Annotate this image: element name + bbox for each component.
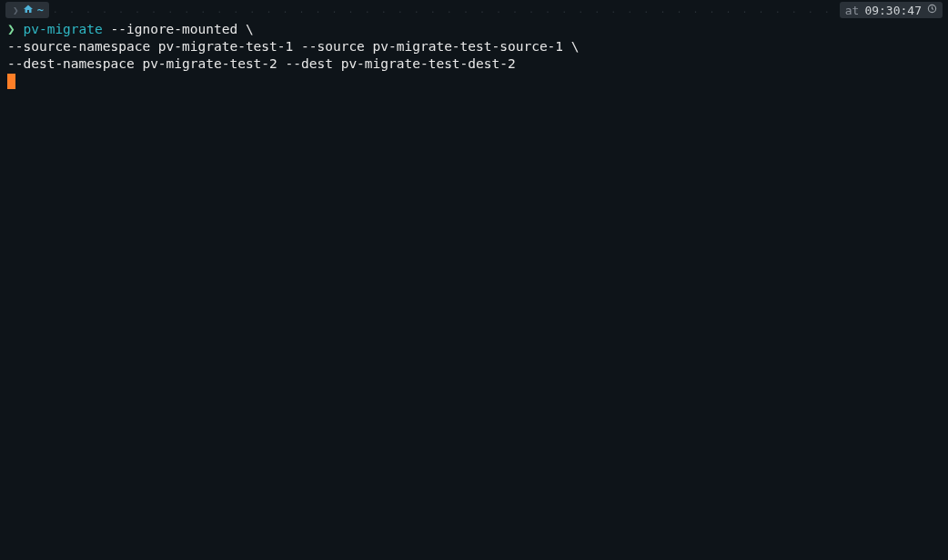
time-value: 09:30:47 xyxy=(864,2,922,19)
home-icon xyxy=(23,4,34,16)
breadcrumb: ❯ ~ xyxy=(5,2,49,18)
clock-icon xyxy=(927,2,937,19)
command-args-1: --ignore-mounted \ xyxy=(103,22,254,36)
status-bar: ❯ ~ · · · · · · · · · · · · · · · · · · … xyxy=(0,0,948,18)
separator-dots: · · · · · · · · · · · · · · · · · · · · … xyxy=(53,2,840,18)
command-name: pv-migrate xyxy=(23,22,102,36)
command-line-3: --dest-namespace pv-migrate-test-2 --des… xyxy=(7,55,941,73)
command-line-1: ❯ pv-migrate --ignore-mounted \ xyxy=(7,21,941,38)
command-line-2: --source-namespace pv-migrate-test-1 --s… xyxy=(7,38,941,55)
terminal-content[interactable]: ❯ pv-migrate --ignore-mounted \ --source… xyxy=(0,18,948,91)
path-segment: ~ xyxy=(37,2,44,19)
time-display: at 09:30:47 xyxy=(840,2,943,18)
terminal-window[interactable]: ❯ ~ · · · · · · · · · · · · · · · · · · … xyxy=(0,0,948,560)
prompt-symbol: ❯ xyxy=(7,22,15,36)
at-label: at xyxy=(845,2,860,19)
cursor xyxy=(7,74,15,89)
chevron-right-icon: ❯ xyxy=(13,2,19,19)
cursor-line xyxy=(7,73,941,91)
